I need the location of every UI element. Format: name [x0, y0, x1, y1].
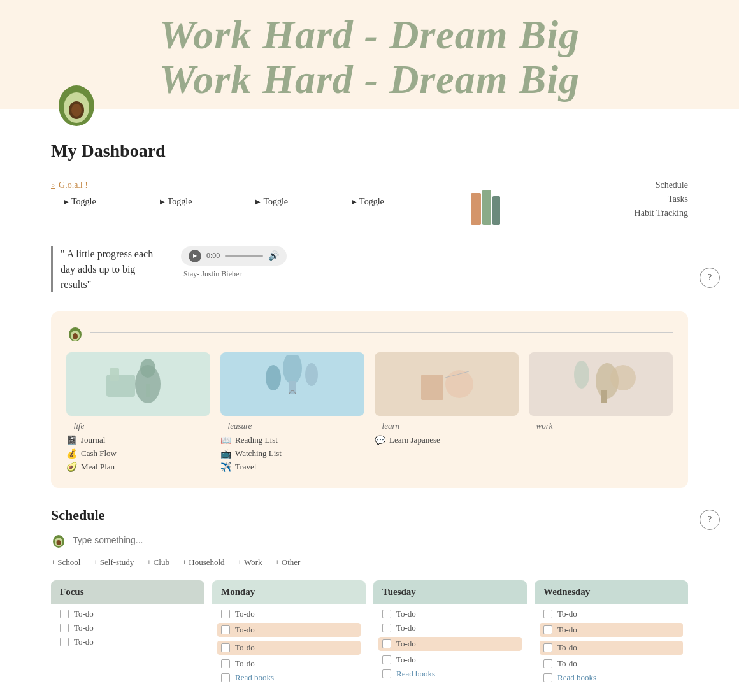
mealplan-label: Meal Plan — [81, 462, 115, 472]
travel-link[interactable]: ✈️ Travel — [220, 462, 364, 473]
learnjapanese-link[interactable]: 💬 Learn Japanese — [375, 435, 519, 446]
wednesday-checkbox-3[interactable] — [543, 643, 552, 652]
monday-checkbox-2[interactable] — [221, 625, 230, 634]
cashflow-label: Cash Flow — [81, 448, 117, 459]
leasure-links: 📖 Reading List 📺 Watching List ✈️ Travel — [220, 435, 364, 473]
journal-link[interactable]: 📓 Journal — [66, 435, 210, 446]
schedule-grid: Focus To-do To-do To-do — [51, 580, 688, 688]
goal-link[interactable]: G.o.a.l ! — [51, 180, 384, 190]
help-button-2[interactable]: ? — [700, 510, 720, 530]
category-school[interactable]: + School — [51, 557, 80, 568]
wednesday-todo-1: To-do — [543, 609, 679, 619]
tuesday-todo-label-1: To-do — [396, 609, 416, 619]
focus-header: Focus — [51, 580, 204, 604]
schedule-avocado-icon — [51, 532, 66, 548]
nav-tasks-link[interactable]: Tasks — [635, 194, 688, 204]
audio-controls: ▶ 0:00 🔊 — [181, 246, 287, 266]
journal-label: Journal — [81, 435, 105, 445]
category-selfstudy[interactable]: + Self-study — [93, 557, 134, 568]
travel-label: Travel — [235, 462, 256, 472]
wednesday-header: Wednesday — [535, 580, 688, 604]
watchinglist-icon: 📺 — [220, 448, 231, 459]
focus-todo-label-2: To-do — [74, 623, 94, 633]
wednesday-todo-label-2: To-do — [557, 625, 577, 635]
volume-icon: 🔊 — [268, 250, 279, 261]
toggle-3[interactable]: ▶ Toggle — [255, 197, 288, 207]
category-club[interactable]: + Club — [147, 557, 169, 568]
tuesday-todo-1: To-do — [382, 609, 518, 619]
focus-todo-3: To-do — [60, 637, 196, 647]
schedule-input[interactable] — [73, 532, 688, 548]
dashboard-card: —life 📓 Journal 💰 Cash Flow 🥑 Meal Pl — [51, 311, 688, 488]
tuesday-checkbox-5[interactable] — [382, 669, 391, 678]
svg-point-18 — [305, 363, 318, 386]
wednesday-todo-5: Read books — [543, 673, 679, 683]
help-button-1[interactable]: ? — [700, 268, 720, 288]
audio-time: 0:00 — [206, 251, 220, 261]
banner-title-1: Work Hard - Dream Big — [0, 13, 739, 57]
cashflow-link[interactable]: 💰 Cash Flow — [66, 448, 210, 459]
monday-header: Monday — [212, 580, 366, 604]
tuesday-todo-4: To-do — [382, 655, 518, 665]
tuesday-todo-2: To-do — [382, 623, 518, 633]
category-household[interactable]: + Household — [182, 557, 225, 568]
readinglist-link[interactable]: 📖 Reading List — [220, 435, 364, 446]
svg-point-20 — [445, 370, 473, 398]
section-leasure: —leasure 📖 Reading List 📺 Watching List … — [220, 352, 364, 473]
toggle-arrow-3: ▶ — [255, 198, 261, 205]
focus-checkbox-1[interactable] — [60, 610, 69, 618]
svg-point-9 — [73, 333, 78, 339]
svg-rect-6 — [492, 196, 500, 225]
svg-rect-4 — [471, 193, 481, 225]
work-category-label: Work — [244, 557, 262, 568]
monday-checkbox-5[interactable] — [221, 673, 230, 682]
toggle-label-3: Toggle — [263, 197, 288, 207]
svg-point-23 — [610, 365, 636, 390]
wednesday-checkbox-2[interactable] — [543, 625, 552, 634]
wednesday-checkbox-1[interactable] — [543, 610, 552, 618]
wednesday-todo-label-1: To-do — [557, 609, 577, 619]
play-button[interactable]: ▶ — [189, 250, 201, 262]
category-other[interactable]: + Other — [275, 557, 301, 568]
watchinglist-link[interactable]: 📺 Watching List — [220, 448, 364, 459]
club-label: Club — [154, 557, 169, 568]
tuesday-checkbox-1[interactable] — [382, 610, 391, 618]
focus-todo-label-1: To-do — [74, 609, 94, 619]
card-divider-line — [90, 332, 673, 333]
tuesday-checkbox-2[interactable] — [382, 624, 391, 632]
focus-checkbox-2[interactable] — [60, 624, 69, 632]
monday-todo-3: To-do — [217, 641, 361, 655]
mealplan-link[interactable]: 🥑 Meal Plan — [66, 462, 210, 473]
nav-schedule-link[interactable]: Schedule — [635, 180, 688, 190]
tuesday-todo-3: To-do — [378, 637, 522, 651]
svg-point-28 — [57, 540, 61, 545]
tuesday-checkbox-3[interactable] — [382, 639, 391, 648]
plus-icon-club: + — [147, 557, 151, 568]
toggle-4[interactable]: ▶ Toggle — [352, 197, 384, 207]
books-illustration — [464, 180, 515, 234]
category-tags: + School + Self-study + Club + Household… — [51, 557, 688, 568]
nav-habit-tracking-link[interactable]: Habit Tracking — [635, 208, 688, 218]
tuesday-column: Tuesday To-do To-do To-do — [373, 580, 527, 688]
household-label: Household — [189, 557, 224, 568]
wednesday-checkbox-5[interactable] — [543, 673, 552, 682]
avocado-logo-header — [51, 77, 102, 128]
mealplan-icon: 🥑 — [66, 462, 77, 473]
section-life: —life 📓 Journal 💰 Cash Flow 🥑 Meal Pl — [66, 352, 210, 473]
tuesday-checkbox-4[interactable] — [382, 655, 391, 664]
quote-text: " A little progress each day adds up to … — [51, 246, 166, 292]
wednesday-todo-2: To-do — [540, 623, 683, 637]
focus-checkbox-3[interactable] — [60, 638, 69, 646]
toggle-2[interactable]: ▶ Toggle — [160, 197, 192, 207]
monday-checkbox-3[interactable] — [221, 643, 230, 652]
wednesday-checkbox-4[interactable] — [543, 659, 552, 668]
wednesday-todo-label-4: To-do — [557, 659, 577, 669]
life-label: —life — [66, 421, 210, 431]
toggle-1[interactable]: ▶ Toggle — [64, 197, 96, 207]
monday-checkbox-4[interactable] — [221, 659, 230, 668]
learn-links: 💬 Learn Japanese — [375, 435, 519, 446]
leasure-section-image — [220, 352, 364, 416]
category-work[interactable]: + Work — [238, 557, 262, 568]
svg-point-13 — [140, 359, 155, 378]
monday-checkbox-1[interactable] — [221, 610, 230, 618]
